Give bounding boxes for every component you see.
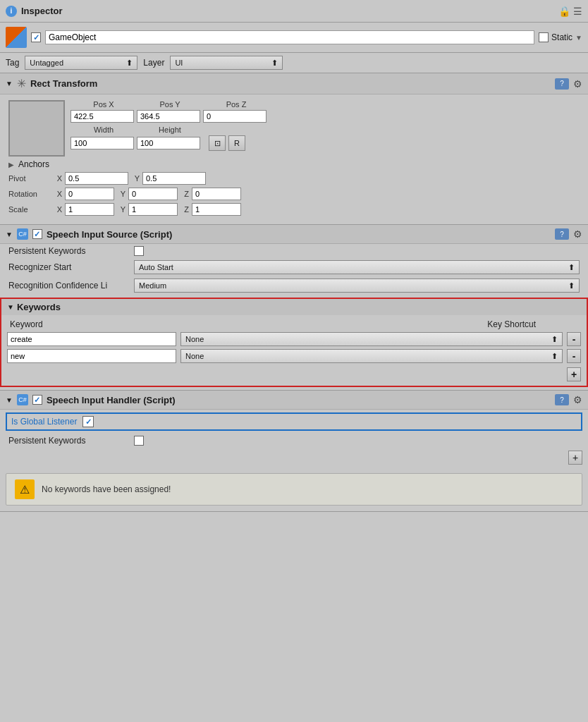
global-listener-checkbox[interactable]: ✓	[82, 416, 94, 427]
unity-cube-icon	[6, 27, 27, 48]
keyword-input-0[interactable]	[7, 332, 176, 346]
sih-gear-icon[interactable]: ⚙	[573, 394, 582, 405]
sih-persistent-keywords-row: Persistent Keywords	[0, 434, 588, 448]
keywords-plus-row: +	[7, 366, 581, 381]
warning-row: ⚠ No keywords have been assigned!	[6, 473, 582, 506]
scale-y-field[interactable]	[128, 203, 178, 216]
rot-z-axis-label: Z	[180, 190, 189, 198]
height-field[interactable]	[137, 137, 200, 149]
keyword-input-1[interactable]	[7, 349, 176, 363]
sis-recognizer-start-label: Recognizer Start	[8, 262, 128, 272]
shortcut-select-1[interactable]: None ⬆	[180, 349, 563, 363]
sis-persistent-keywords-checkbox[interactable]	[134, 246, 144, 256]
warning-icon: ⚠	[15, 479, 35, 499]
static-dropdown-arrow[interactable]: ▼	[575, 34, 582, 42]
speech-input-handler-header: ▼ C# ✓ Speech Input Handler (Script) ? ⚙	[0, 391, 588, 410]
rotation-row: Rotation X Y Z	[8, 188, 580, 200]
pivot-label: Pivot	[8, 174, 51, 183]
inspector-icon: i	[6, 6, 17, 17]
anchors-label: Anchors	[18, 159, 49, 169]
rotation-label: Rotation	[8, 190, 51, 198]
tag-label: Tag	[6, 58, 19, 68]
global-listener-row: Is Global Listener ✓	[6, 412, 582, 431]
keywords-header: ▼ Keywords	[1, 299, 587, 315]
rect-transform-gear-icon[interactable]: ⚙	[573, 78, 582, 90]
gameobject-enabled-checkbox[interactable]: ✓	[31, 32, 41, 42]
sih-script-icon: C#	[17, 394, 28, 405]
rot-y-field[interactable]	[128, 188, 178, 200]
rot-x-field[interactable]	[65, 188, 114, 200]
keyword-remove-btn-0[interactable]: -	[567, 332, 581, 346]
sis-persistent-keywords-row: Persistent Keywords	[0, 244, 588, 258]
r-btn[interactable]: R	[228, 135, 245, 151]
rot-z-field[interactable]	[192, 188, 241, 200]
sih-enabled-checkbox[interactable]: ✓	[32, 395, 42, 405]
rot-x-axis-label: X	[54, 190, 62, 198]
rect-transform-title: Rect Transform	[30, 78, 551, 89]
sis-recognition-conf-select[interactable]: Medium ⬆	[134, 279, 580, 293]
gameobject-name-input[interactable]	[45, 30, 534, 44]
rect-transform-icon: ✳	[17, 77, 26, 90]
scale-label: Scale	[8, 205, 51, 214]
title-bar-title: Inspector	[21, 6, 63, 16]
pivot-x-field[interactable]	[65, 172, 128, 185]
tag-layer-row: Tag Untagged ⬆ Layer UI ⬆	[0, 53, 588, 73]
sis-gear-icon[interactable]: ⚙	[573, 228, 582, 240]
scale-fields: X Y Z	[54, 203, 241, 216]
pos-x-field[interactable]	[71, 110, 134, 123]
rect-transform-body: Pos X Pos Y Pos Z Width Height	[0, 94, 588, 224]
width-field[interactable]	[71, 137, 134, 149]
speech-input-source-header: ▼ C# ✓ Speech Input Source (Script) ? ⚙	[0, 225, 588, 244]
sih-help-btn[interactable]: ?	[555, 394, 569, 405]
keywords-col-headers: Keyword Key Shortcut	[7, 319, 581, 329]
keywords-body: Keyword Key Shortcut None ⬆ - None	[1, 315, 587, 386]
pos-z-field[interactable]	[203, 110, 267, 123]
title-bar: i Inspector 🔒 ☰	[0, 0, 588, 23]
sih-persistent-keywords-checkbox[interactable]	[134, 436, 144, 446]
sis-title: Speech Input Source (Script)	[47, 229, 551, 240]
layer-select[interactable]: UI ⬆	[170, 56, 283, 70]
sis-fold-arrow[interactable]: ▼	[6, 231, 13, 238]
menu-icon[interactable]: ☰	[573, 6, 582, 17]
scale-z-field[interactable]	[192, 203, 241, 216]
sis-help-btn[interactable]: ?	[555, 228, 569, 240]
rect-fold-arrow[interactable]: ▼	[6, 80, 13, 87]
sih-fold-arrow[interactable]: ▼	[6, 396, 13, 404]
sih-title: Speech Input Handler (Script)	[47, 395, 551, 405]
sis-recognizer-start-select[interactable]: Auto Start ⬆	[134, 260, 580, 274]
static-area: Static ▼	[539, 32, 582, 42]
sis-recognition-conf-label: Recognition Confidence Li	[8, 281, 128, 290]
anchors-fold-arrow[interactable]: ▶	[8, 161, 14, 169]
keyword-remove-btn-1[interactable]: -	[567, 349, 581, 363]
scale-x-axis-label: X	[54, 205, 62, 214]
sis-enabled-checkbox[interactable]: ✓	[32, 229, 42, 239]
sis-persistent-keywords-label: Persistent Keywords	[8, 246, 128, 256]
size-buttons: ⊡ R	[209, 135, 245, 151]
shortcut-select-0[interactable]: None ⬆	[180, 332, 563, 346]
width-label: Width	[72, 126, 135, 134]
scale-x-field[interactable]	[65, 203, 114, 216]
static-checkbox[interactable]	[539, 32, 549, 42]
wh-values-row: ⊡ R	[71, 135, 580, 151]
pos-y-field[interactable]	[137, 110, 200, 123]
keywords-add-btn[interactable]: +	[567, 367, 581, 381]
pivot-y-field[interactable]	[142, 172, 206, 185]
static-label: Static	[551, 32, 572, 42]
pos-y-label: Pos Y	[138, 100, 202, 109]
keyword-row-0: None ⬆ -	[7, 332, 581, 346]
keyword-row-1: None ⬆ -	[7, 349, 581, 363]
pivot-x-axis-label: X	[54, 174, 62, 183]
pos-x-label: Pos X	[72, 100, 135, 109]
sih-add-btn[interactable]: +	[568, 451, 582, 465]
tag-select[interactable]: Untagged ⬆	[25, 56, 137, 70]
rect-transform-header: ▼ ✳ Rect Transform ? ⚙	[0, 73, 588, 94]
pivot-y-axis-label: Y	[131, 174, 140, 183]
blueprint-btn[interactable]: ⊡	[209, 135, 226, 151]
lock-icon[interactable]: 🔒	[558, 6, 570, 17]
sis-recognizer-start-row: Recognizer Start Auto Start ⬆	[0, 258, 588, 276]
speech-input-source-section: ▼ C# ✓ Speech Input Source (Script) ? ⚙ …	[0, 225, 588, 391]
keywords-section: ▼ Keywords Keyword Key Shortcut None ⬆ -	[0, 298, 588, 387]
sih-plus-btn-row: +	[0, 448, 588, 467]
rect-transform-help-btn[interactable]: ?	[555, 78, 569, 90]
keywords-fold-arrow[interactable]: ▼	[7, 303, 14, 311]
